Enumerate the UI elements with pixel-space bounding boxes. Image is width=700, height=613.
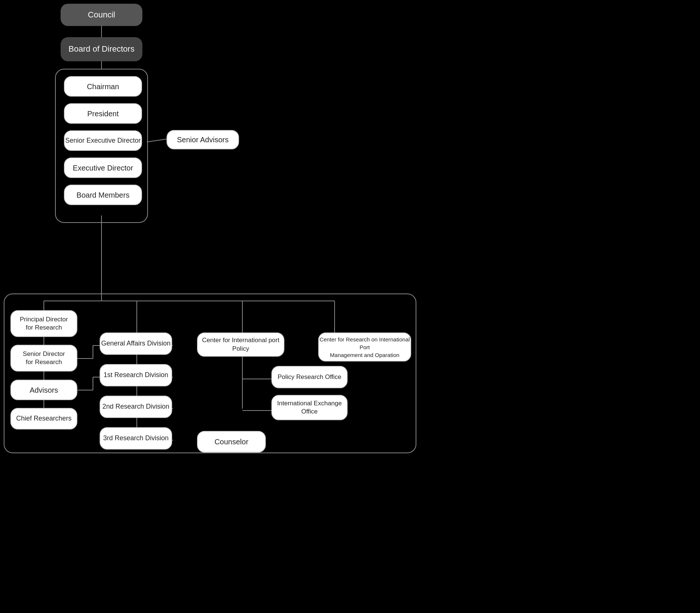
senior-advisors-box: Senior Advisors [167, 130, 239, 149]
general-affairs-box: General Affairs Division [100, 333, 172, 355]
first-research-box: 1st Research Division [100, 364, 172, 386]
third-research-box: 3rd Research Division [100, 427, 172, 450]
council-box: Council [61, 4, 142, 26]
board-of-directors-box: Board of Directors [61, 37, 142, 61]
chief-researchers-box: Chief Researchers [10, 408, 77, 429]
advisors-box: Advisors [10, 380, 77, 400]
policy-research-box: Policy Research Office [271, 366, 348, 388]
board-members-box: Board Members [64, 185, 142, 205]
chairman-box: Chairman [64, 76, 142, 97]
second-research-box: 2nd Research Division [100, 396, 172, 418]
intl-exchange-box: International Exchange Office [271, 395, 348, 420]
exec-director-box: Executive Director [64, 158, 142, 178]
svg-line-3 [147, 139, 167, 142]
center-intl-port-box: Center for International port Policy [197, 333, 284, 357]
senior-director-box: Senior Director for Research [10, 345, 77, 372]
president-box: President [64, 103, 142, 124]
center-research-mgmt-box: Center for Research on International Por… [318, 333, 411, 361]
senior-exec-director-box: Senior Executive Director [64, 130, 142, 151]
counselor-box: Counselor [197, 431, 266, 453]
org-chart: Council Board of Directors Chairman Pres… [0, 0, 700, 613]
principal-director-box: Principal Director for Research [10, 310, 77, 337]
